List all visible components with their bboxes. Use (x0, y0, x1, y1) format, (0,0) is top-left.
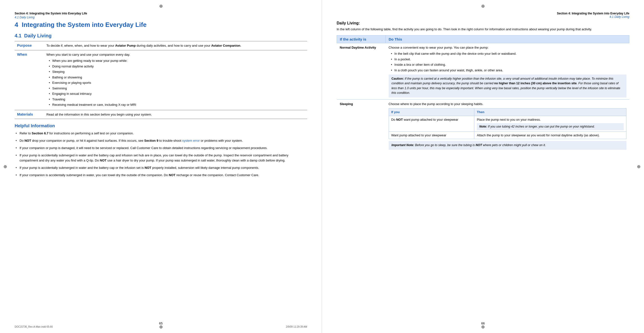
footer-date: 2/9/09 11:29:39 AM (286, 325, 307, 328)
list-item: If your companion is accidentally submer… (15, 173, 307, 178)
materials-content: Read all the information in this section… (44, 110, 307, 119)
helpful-title: Helpful Information (15, 123, 307, 129)
list-item: In a pocket. (391, 57, 626, 62)
when-list: When you are getting ready to wear your … (46, 58, 305, 107)
list-item: Engaging in sexual intimacy (49, 91, 305, 96)
section-header: Section 4: Integrating the System into E… (15, 12, 307, 15)
inner-then-2: Attach the pump to your sleepwear as you… (474, 131, 626, 139)
helpful-section: Helpful Information Refer to Section 6.7… (15, 123, 307, 178)
list-item: If your companion or pump is damaged, it… (15, 146, 307, 151)
inner-row-2: Want pump attached to your sleepwear Att… (389, 131, 626, 139)
normal-activity-label: Normal Daytime Activity (337, 43, 386, 99)
list-item: In a cloth pouch you can fasten around y… (391, 68, 626, 73)
col2-header: Do This (386, 35, 629, 43)
footer-doc: DOC15736_Rev-A-Man.indd 65-66 (15, 325, 53, 328)
caution-box: Caution: If the pump is carried at a ver… (389, 75, 626, 98)
right-header-left-empty (337, 12, 483, 19)
list-item: When you are getting ready to wear your … (49, 58, 305, 63)
system-error-link[interactable]: system error (182, 139, 200, 142)
right-header-row: Section 4: Integrating the System into E… (337, 12, 629, 19)
purpose-content: To decide if, where, when, and how to we… (44, 41, 307, 50)
helpful-list: Refer to Section 6.7 for instructions on… (15, 131, 307, 178)
list-item: Sleeping (49, 69, 305, 74)
list-item: Swimming (49, 86, 305, 91)
crosshair-top-right: ⊕ (481, 4, 485, 9)
section-subheader: 4.1 Daily Living (15, 16, 307, 19)
section-header-text: Section 4: Integrating the System into E… (15, 12, 87, 15)
sleeping-label: Sleeping (337, 99, 386, 152)
when-label: When (15, 50, 44, 110)
when-content: When you start to carry and use your com… (44, 50, 307, 110)
right-section-subheader: 4.1 Daily Living (483, 15, 630, 19)
activity-table: If the activity is Do This Normal Daytim… (337, 35, 629, 152)
list-item: Bathing or showering (49, 75, 305, 80)
left-header: Section 4: Integrating the System into E… (15, 12, 307, 19)
inner-if-2: Want pump attached to your sleepwear (389, 131, 474, 139)
crosshair-right: ⊕ (637, 164, 640, 169)
col1-header: If the activity is (337, 35, 386, 43)
sleeping-row: Sleeping Choose where to place the pump … (337, 99, 629, 152)
important-box: Important Note: Before you go to sleep, … (389, 141, 626, 150)
section-title: 4.1 Daily Living (15, 33, 307, 39)
inner-if-1: Do NOT want pump attached to your sleepw… (389, 116, 474, 131)
normal-activity-content: Choose a convenient way to wear your pum… (386, 43, 629, 99)
inner-col2-header: Then (474, 109, 626, 116)
crosshair-left: ⊕ (4, 164, 7, 169)
content-table: Purpose To decide if, where, when, and h… (15, 41, 307, 119)
list-item: Refer to Section 6.7 for instructions on… (15, 131, 307, 136)
list-item: Inside a bra or other item of clothing. (391, 62, 626, 67)
purpose-label: Purpose (15, 41, 44, 50)
list-item: Traveling (49, 97, 305, 102)
list-item: If your pump is accidentally submerged i… (15, 153, 307, 163)
crosshair-top: ⊕ (159, 4, 163, 9)
list-item: Receiving medical treatment or care, inc… (49, 102, 305, 107)
right-section-header: Section 4: Integrating the System into E… (483, 12, 630, 15)
activity-table-header: If the activity is Do This (337, 35, 629, 43)
inner-col1-header: If you (389, 109, 474, 116)
list-item: If your pump is accidentally submerged i… (15, 165, 307, 170)
sleeping-content: Choose where to place the pump according… (386, 99, 629, 152)
list-item: Do NOT drop your companion or pump, or h… (15, 138, 307, 143)
note-box: Note: If you use tubing 42 inches or lon… (477, 123, 624, 130)
right-header-section: Section 4: Integrating the System into E… (483, 12, 630, 19)
page-number: 65 (159, 321, 162, 325)
sleeping-inner-table: If you Then Do NOT want pump attached to… (389, 108, 626, 139)
daily-living-intro: In the left column of the following tabl… (337, 27, 629, 32)
right-page-number: 66 (481, 321, 484, 325)
inner-table-header: If you Then (389, 109, 626, 116)
list-item: Exercising or playing sports (49, 80, 305, 85)
materials-label: Materials (15, 110, 44, 119)
left-page: ⊕ ⊕ ⊕ Section 4: Integrating the System … (0, 0, 322, 333)
materials-row: Materials Read all the information in th… (15, 110, 307, 119)
inner-then-1: Place the pump next to you on your mattr… (474, 116, 626, 131)
normal-activity-row: Normal Daytime Activity Choose a conveni… (337, 43, 629, 99)
chapter-title: 4 Integrating the System into Everyday L… (15, 21, 307, 29)
list-item: In the belt clip that came with the pump… (391, 51, 626, 56)
when-row: When When you start to carry and use you… (15, 50, 307, 110)
daily-living-title: Daily Living: (337, 21, 629, 26)
purpose-row: Purpose To decide if, where, when, and h… (15, 41, 307, 50)
normal-activity-list: In the belt clip that came with the pump… (389, 51, 626, 73)
right-page: ⊕ ⊕ ⊕ Section 4: Integrating the System … (322, 0, 644, 333)
list-item: Doing normal daytime activity (49, 64, 305, 69)
inner-row-1: Do NOT want pump attached to your sleepw… (389, 116, 626, 131)
